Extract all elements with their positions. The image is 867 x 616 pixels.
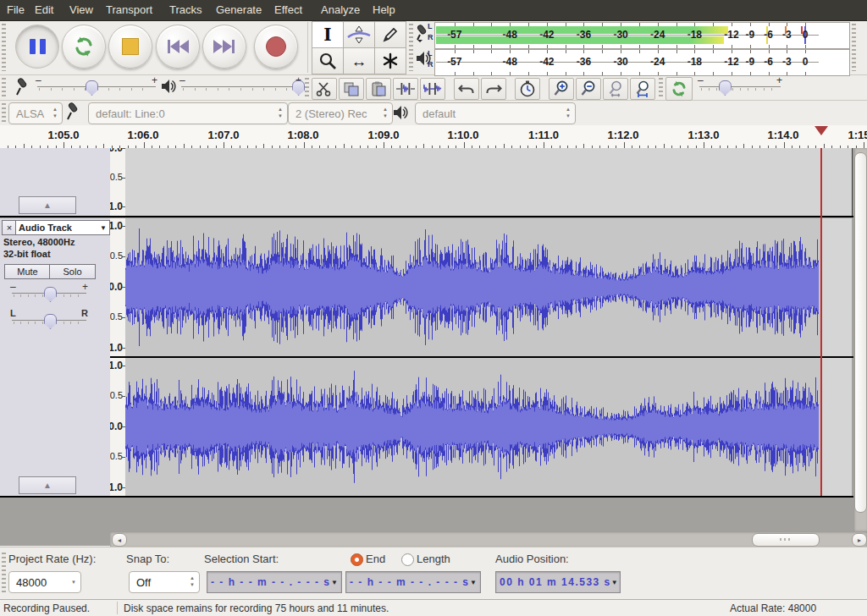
length-radio[interactable]: [401, 553, 414, 566]
sync-lock-button[interactable]: [515, 78, 540, 100]
silence-audio-button[interactable]: [420, 78, 445, 100]
menu-help[interactable]: Help: [373, 3, 395, 16]
vertical-scrollbar[interactable]: [853, 148, 867, 531]
zoom-tool-button[interactable]: [312, 47, 344, 74]
multi-tool-button[interactable]: [374, 47, 406, 74]
record-button[interactable]: [254, 25, 298, 69]
menu-tracks[interactable]: Tracks: [169, 3, 202, 16]
track-pan-slider[interactable]: L R: [12, 310, 86, 328]
input-device-select[interactable]: default: Line:0 ▲▼: [88, 102, 288, 124]
envelope-tool-button[interactable]: [343, 21, 375, 48]
input-volume-slider[interactable]: – +: [37, 76, 156, 95]
audio-host-select[interactable]: ALSA ▲▼: [8, 102, 63, 124]
asterisk-icon: [382, 52, 399, 69]
audio-position-field[interactable]: 00 h 01 m 14.533 s ▼: [495, 571, 621, 593]
menu-view[interactable]: View: [69, 3, 93, 16]
mute-button[interactable]: Mute: [4, 264, 51, 279]
meter-toolbar-grip[interactable]: [852, 24, 856, 71]
undo-button[interactable]: [454, 78, 479, 100]
input-channels-select[interactable]: 2 (Stereo) Rec ▲▼: [288, 102, 393, 124]
chevron-down-icon: ▼: [611, 579, 618, 586]
redo-button[interactable]: [481, 78, 506, 100]
meter-scale-label: -30: [613, 29, 627, 41]
meter-scale-label: 0: [803, 29, 809, 41]
playback-speed-slider[interactable]: – +: [699, 76, 781, 95]
solo-button[interactable]: Solo: [49, 264, 96, 279]
menu-edit[interactable]: Edit: [35, 3, 53, 16]
menu-file[interactable]: File: [7, 3, 25, 16]
play-loop-button[interactable]: [62, 25, 106, 69]
transcription-toolbar-grip[interactable]: [659, 78, 663, 96]
snap-to-select[interactable]: Off ▲▼: [129, 571, 200, 593]
amplitude-label: -0.5: [110, 311, 123, 322]
zoom-out-button[interactable]: [576, 78, 601, 100]
output-volume-thumb[interactable]: [292, 80, 305, 96]
amplitude-label: -1.0: [110, 342, 123, 354]
play-at-speed-button[interactable]: [665, 77, 693, 101]
skip-to-start-button[interactable]: [156, 25, 200, 69]
fit-selection-button[interactable]: [603, 78, 628, 100]
input-device-value: default: Line:0: [96, 107, 165, 120]
menu-generate[interactable]: Generate: [216, 3, 262, 16]
input-volume-thumb[interactable]: [86, 80, 98, 96]
output-device-speaker-icon: [393, 105, 408, 120]
paste-button[interactable]: [366, 78, 391, 100]
mixer-toolbar-grip[interactable]: [2, 78, 6, 96]
meter-scale-label: -9: [745, 29, 754, 41]
edit-toolbar-grip[interactable]: [305, 78, 309, 96]
pause-button[interactable]: [15, 25, 59, 69]
horizontal-scrollbar-thumb[interactable]: [752, 533, 820, 547]
tools-toolbar-grip[interactable]: [409, 24, 413, 71]
zoom-in-button[interactable]: [549, 78, 574, 100]
selection-end-field[interactable]: - - h - - m - - . - - - s ▼: [345, 571, 481, 593]
menu-analyze[interactable]: Analyze: [321, 3, 360, 16]
partial-track-vertical-ruler[interactable]: 0.0-0.5-1.0: [110, 148, 126, 216]
waveform-channel-right[interactable]: [125, 358, 852, 496]
skip-to-end-button[interactable]: [202, 25, 246, 69]
input-channels-value: 2 (Stereo) Rec: [295, 107, 367, 120]
stop-button[interactable]: [108, 25, 152, 69]
recording-cursor: [820, 148, 822, 496]
horizontal-scrollbar[interactable]: ◂ ▸: [110, 531, 867, 547]
timeshift-tool-button[interactable]: ↔: [343, 47, 375, 74]
timeline-ruler[interactable]: 1:05.0 1:06.0 1:07.0 1:08.0 1:09.0 1:10.…: [0, 125, 867, 149]
scroll-right-button[interactable]: ▸: [852, 533, 867, 547]
menu-transport[interactable]: Transport: [106, 3, 152, 16]
partial-track-waveform[interactable]: [125, 148, 853, 216]
status-disk-space: Disk space remains for recording 75 hour…: [124, 602, 389, 614]
track-collapse-button[interactable]: ▲: [19, 476, 76, 494]
selection-start-field[interactable]: - - h - - m - - . - - - s ▼: [207, 571, 342, 593]
spinner-icon: ▲▼: [52, 106, 58, 119]
meter-scale-label: -9: [745, 56, 754, 68]
waveform-channel-left[interactable]: [125, 218, 852, 356]
selection-toolbar-grip[interactable]: [2, 553, 6, 595]
track-gain-slider[interactable]: – +: [12, 283, 86, 301]
fit-project-button[interactable]: [630, 78, 655, 100]
playback-meter[interactable]: -57-48-42-36-30-24-18-12-9-6-30: [434, 49, 850, 76]
selection-tool-button[interactable]: I: [312, 21, 344, 48]
output-device-select[interactable]: default ▲▼: [415, 102, 576, 124]
recording-meter[interactable]: -57-48-42-36-30-24-18-12-9-6-30: [434, 22, 850, 49]
output-volume-slider[interactable]: – +: [181, 76, 300, 95]
trim-audio-button[interactable]: [393, 78, 418, 100]
copy-button[interactable]: [339, 78, 364, 100]
track-vertical-ruler-left[interactable]: 1.00.50.0-0.5-1.0: [110, 218, 126, 356]
playback-speed-thumb[interactable]: [719, 80, 732, 96]
end-radio[interactable]: [351, 553, 363, 566]
cut-button[interactable]: [312, 78, 337, 100]
meter-scale-label: -30: [613, 56, 627, 68]
draw-tool-button[interactable]: [374, 21, 406, 48]
amplitude-label: 1.0: [110, 220, 123, 232]
track-pan-thumb[interactable]: [44, 314, 57, 329]
transport-toolbar-grip[interactable]: [2, 24, 6, 71]
track-gain-thumb[interactable]: [44, 287, 57, 302]
project-rate-select[interactable]: 48000 ▼: [8, 571, 81, 593]
pencil-icon: [381, 25, 400, 44]
scroll-left-button[interactable]: ◂: [112, 533, 127, 547]
vertical-scrollbar-thumb[interactable]: [854, 152, 867, 513]
track-title-menu[interactable]: Audio Track ▼: [15, 220, 110, 235]
track-vertical-ruler-right[interactable]: 1.00.50.0-0.5-1.0: [110, 358, 126, 496]
menu-effect[interactable]: Effect: [274, 3, 302, 16]
device-toolbar-grip[interactable]: [2, 103, 6, 122]
partial-track-collapse-button[interactable]: ▲: [19, 196, 76, 214]
